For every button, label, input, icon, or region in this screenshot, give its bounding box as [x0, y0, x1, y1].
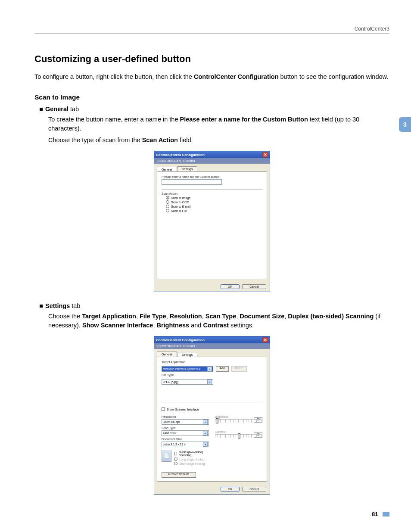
dialog-title: ControlCenter3 Configuration — [156, 338, 205, 342]
footer-accent-bar — [383, 512, 389, 516]
radio-scan-ocr[interactable]: Scan to OCR — [166, 200, 262, 204]
chapter-side-tab: 3 — [399, 117, 411, 132]
dialog-titlebar: ControlCenter3 Configuration ✕ — [154, 151, 270, 158]
cancel-button[interactable]: Cancel — [242, 284, 266, 289]
dialog-title: ControlCenter3 Configuration — [156, 153, 205, 157]
close-icon[interactable]: ✕ — [262, 337, 268, 342]
chevron-down-icon: ▾ — [207, 380, 212, 384]
page-title: Customizing a user-defined button — [34, 53, 389, 65]
page-footer: 81 — [34, 510, 389, 518]
target-app-select[interactable]: Microsoft Internet Explorer 6.x ▾ — [162, 366, 213, 372]
settings-panel: Target Application Microsoft Internet Ex… — [157, 357, 267, 482]
custom-name-label: Please enter a name for the Custom Butto… — [162, 175, 262, 178]
radio-icon — [166, 205, 169, 208]
custom-name-input[interactable] — [162, 179, 222, 185]
tab-settings[interactable]: Settings — [177, 166, 197, 171]
duplex-icon: 📄 — [162, 450, 171, 462]
ok-button[interactable]: OK — [221, 487, 240, 492]
show-scanner-checkbox[interactable]: Show Scanner Interface — [162, 408, 262, 411]
bullet-settings: Settings tab — [40, 302, 389, 309]
bullet-icon — [40, 305, 43, 308]
page-number: 81 — [372, 511, 378, 517]
tab-general[interactable]: General — [157, 352, 177, 357]
bullet-icon — [40, 108, 43, 111]
checkbox-icon — [162, 408, 165, 411]
general-body-1: To create the button name, enter a name … — [48, 115, 389, 133]
scan-type-label: Scan Type — [162, 426, 209, 429]
radio-long-edge: Long-edge binding — [174, 457, 209, 461]
radio-short-edge: Short-edge binding — [174, 462, 209, 465]
radio-scan-file[interactable]: Scan to File — [166, 209, 262, 212]
scan-action-label: Scan Action — [162, 192, 262, 195]
close-icon[interactable]: ✕ — [262, 152, 268, 157]
chevron-down-icon: ▾ — [203, 431, 208, 436]
dialog-titlebar: ControlCenter3 Configuration ✕ — [154, 336, 270, 343]
radio-icon — [166, 196, 169, 199]
dialog-breadcrumb: [ CUSTOM SCAN ] Custom1 — [154, 343, 270, 349]
resolution-label: Resolution — [162, 415, 209, 418]
add-button[interactable]: Add — [216, 366, 229, 372]
checkbox-icon — [174, 452, 177, 455]
intro-paragraph: To configure a button, right-click the b… — [34, 72, 389, 81]
running-header: ControlCenter3 — [34, 26, 389, 34]
ok-button[interactable]: OK — [221, 284, 240, 289]
contrast-slider[interactable] — [215, 434, 262, 438]
resolution-select[interactable]: 300 x 300 dpi▾ — [162, 419, 209, 425]
file-type-select[interactable]: JPEG (*.jpg) ▾ — [162, 379, 213, 385]
brightness-slider[interactable] — [215, 419, 262, 423]
doc-size-select[interactable]: Letter 8 1/2 x 11 in▾ — [162, 442, 209, 447]
radio-scan-image[interactable]: Scan to Image — [166, 196, 262, 199]
target-app-label: Target Application — [162, 361, 262, 364]
radio-scan-email[interactable]: Scan to E-mail — [166, 205, 262, 208]
radio-icon — [174, 462, 177, 465]
restore-defaults-button[interactable]: Restore Defaults — [162, 472, 196, 478]
dialog-breadcrumb: [ CUSTOM SCAN ] Custom1 — [154, 158, 270, 164]
general-panel: Please enter a name for the Custom Butto… — [157, 171, 267, 279]
chevron-down-icon: ▾ — [207, 367, 212, 371]
chevron-down-icon: ▾ — [203, 442, 208, 447]
chevron-down-icon: ▾ — [203, 420, 208, 424]
file-type-label: File Type — [162, 373, 262, 376]
duplex-checkbox[interactable]: Duplex(two-sided) Scanning — [174, 451, 209, 457]
config-dialog-general: ControlCenter3 Configuration ✕ [ CUSTOM … — [154, 151, 270, 292]
settings-body: Choose the Target Application, File Type… — [48, 312, 389, 330]
delete-button[interactable]: Delete — [231, 366, 247, 372]
scan-type-select[interactable]: 24bit Color▾ — [162, 430, 209, 436]
cancel-button[interactable]: Cancel — [242, 487, 266, 492]
general-body-2: Choose the type of scan from the Scan Ac… — [48, 136, 389, 145]
header-title: ControlCenter3 — [355, 26, 389, 32]
section-heading: Scan to Image — [34, 93, 389, 101]
config-dialog-settings: ControlCenter3 Configuration ✕ [ CUSTOM … — [154, 336, 270, 495]
radio-icon — [166, 209, 169, 212]
radio-icon — [174, 457, 177, 461]
radio-icon — [166, 200, 169, 204]
doc-size-label: Document Size — [162, 438, 209, 441]
bullet-general: General tab — [40, 106, 389, 112]
